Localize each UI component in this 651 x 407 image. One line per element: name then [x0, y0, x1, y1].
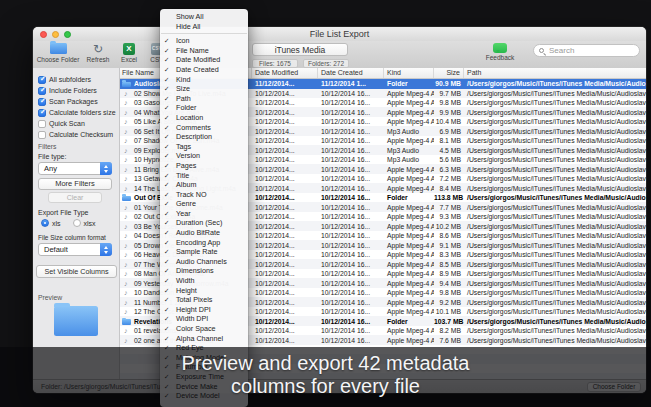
source-folder-button[interactable]: iTunes Media: [252, 43, 348, 56]
content-area: All subfolders Include Folders Scan Pack…: [33, 68, 646, 379]
menu-item-label: Pages: [176, 161, 196, 170]
more-filters-button[interactable]: More Filters: [38, 178, 112, 190]
cell-size: 4.5 MB: [434, 146, 464, 156]
cell-path: /Users/giorgos/Music/iTunes/iTunes Media…: [464, 174, 646, 184]
radio-dot-icon: [41, 219, 49, 227]
preview-folder-icon: [54, 306, 98, 336]
columns-menu-item[interactable]: ✓ Genre: [160, 199, 248, 209]
columns-menu-item[interactable]: ✓ Year: [160, 209, 248, 219]
columns-menu-item[interactable]: ✓ Title: [160, 171, 248, 181]
menu-item-label: Audio BitRate: [176, 228, 220, 237]
cell-kind: Apple Mpeg-4 A...: [384, 117, 434, 127]
columns-menu-item[interactable]: ✓ Album: [160, 180, 248, 190]
menu-item-hide-all[interactable]: Hide All: [160, 22, 248, 32]
columns-menu-item[interactable]: ✓ Date Created: [160, 65, 248, 75]
menu-item-show-all[interactable]: Show All: [160, 12, 248, 22]
columns-menu-item[interactable]: ✓ Alpha Channel: [160, 334, 248, 344]
cell-path: /Users/giorgos/Music/iTunes/iTunes Media…: [464, 231, 646, 241]
columns-menu-item[interactable]: ✓ Location: [160, 113, 248, 123]
sidebar-checkbox[interactable]: Include Folders: [33, 85, 119, 96]
columns-menu-item[interactable]: ✓ Encoding App: [160, 238, 248, 248]
columns-menu-item[interactable]: ✓ Version: [160, 151, 248, 161]
columns-menu-item[interactable]: ✓ Date Modified: [160, 55, 248, 65]
columns-menu-item[interactable]: ✓ Width DPI: [160, 314, 248, 324]
column-header-size[interactable]: Size: [434, 68, 464, 78]
excel-export-button[interactable]: X Excel: [115, 42, 143, 63]
columns-menu-item[interactable]: ✓ Dimensions: [160, 266, 248, 276]
window-titlebar[interactable]: File List Export: [33, 27, 646, 42]
columns-menu-item[interactable]: ✓ Total Pixels: [160, 295, 248, 305]
file-type-dropdown[interactable]: Any: [38, 162, 112, 175]
export-type-radio[interactable]: xls: [41, 219, 61, 227]
columns-menu-item[interactable]: ✓ Pages: [160, 161, 248, 171]
columns-menu-item[interactable]: ✓ Width: [160, 276, 248, 286]
search-input[interactable]: [549, 45, 634, 56]
cell-size: 9.7 MB: [434, 89, 464, 99]
cell-size: 5.6 MB: [434, 155, 464, 165]
dropdown-arrows-icon: [100, 162, 112, 175]
columns-menu-item[interactable]: ✓ Sample Rate: [160, 247, 248, 257]
checkmark-icon: ✓: [164, 305, 169, 315]
columns-menu-item[interactable]: ✓ Color Space: [160, 324, 248, 334]
close-button[interactable]: [40, 31, 47, 38]
sidebar-checkbox[interactable]: Calculate folders size: [33, 107, 119, 118]
columns-menu-item[interactable]: ✓ Track NO: [160, 190, 248, 200]
columns-menu-item[interactable]: ✓ Description: [160, 132, 248, 142]
sidebar-checkbox[interactable]: Quick Scan: [33, 118, 119, 129]
columns-menu-item[interactable]: ✓ Audio Channels: [160, 257, 248, 267]
set-visible-columns-button[interactable]: Set Visible Columns: [36, 265, 117, 278]
checkmark-icon: ✓: [164, 94, 169, 104]
export-type-radio[interactable]: xlsx: [73, 219, 96, 227]
files-count-badge: Files: 1675: [252, 59, 298, 68]
checkmark-icon: ✓: [164, 238, 169, 248]
sidebar-checkbox[interactable]: Calculate Checksum: [33, 129, 119, 140]
cell-kind: Apple Mpeg-4 A...: [384, 136, 434, 146]
column-header-kind[interactable]: Kind: [384, 68, 434, 78]
cell-date-modified: 10/12/2014...: [252, 108, 318, 118]
choose-folder-toolbar-button[interactable]: Choose Folder: [35, 42, 81, 63]
columns-menu-item[interactable]: ✓ Kind: [160, 75, 248, 85]
sidebar-checkbox[interactable]: All subfolders: [33, 74, 119, 85]
column-header-date-modified[interactable]: Date Modified: [252, 68, 318, 78]
cell-date-created: 10/12/2014 16...: [318, 326, 384, 336]
radio-label: xls: [52, 220, 61, 227]
file-icon: [122, 117, 132, 127]
columns-menu-item[interactable]: ✓ Audio BitRate: [160, 228, 248, 238]
columns-menu-item[interactable]: ✓ Icon: [160, 36, 248, 46]
search-field[interactable]: [533, 44, 640, 57]
caption-overlay: Preview and export 42 metadata columns f…: [0, 347, 651, 407]
columns-menu-item[interactable]: ✓ Duration (Sec): [160, 218, 248, 228]
columns-menu-item[interactable]: ✓ Tags: [160, 142, 248, 152]
columns-menu-item[interactable]: ✓ Comments: [160, 123, 248, 133]
cell-date-modified: 10/12/2014...: [252, 269, 318, 279]
columns-menu-item[interactable]: ✓ Path: [160, 94, 248, 104]
clear-filters-button[interactable]: Clear: [48, 192, 102, 203]
columns-menu-item[interactable]: ✓ File Name: [160, 46, 248, 56]
cell-kind: Apple Mpeg-4 A...: [384, 269, 434, 279]
zoom-button[interactable]: [64, 31, 71, 38]
columns-menu-item[interactable]: ✓ Size: [160, 84, 248, 94]
minimize-button[interactable]: [52, 31, 59, 38]
feedback-button[interactable]: Feedback: [482, 42, 518, 61]
columns-menu-item[interactable]: ✓ Height DPI: [160, 305, 248, 315]
cell-date-modified: 10/12/2014...: [252, 174, 318, 184]
export-type-radio-group: xls xlsx: [41, 219, 96, 227]
cell-kind: Folder: [384, 79, 434, 89]
sidebar-checkbox[interactable]: Scan Packages: [33, 96, 119, 107]
column-header-date-created[interactable]: Date Created: [318, 68, 384, 78]
cell-kind: Apple Mpeg-4 A...: [384, 307, 434, 317]
cell-path: /Users/giorgos/Music/iTunes/iTunes Media…: [464, 326, 646, 336]
cell-size: 8.1 MB: [434, 136, 464, 146]
menu-item-label: Date Created: [176, 65, 219, 74]
column-header-path[interactable]: Path: [464, 68, 646, 78]
menu-item-label: Genre: [176, 199, 196, 208]
columns-menu-item[interactable]: ✓ Folder: [160, 103, 248, 113]
columns-menu-item[interactable]: ✓ Height: [160, 286, 248, 296]
checkmark-icon: ✓: [164, 171, 169, 181]
checkbox-box-icon: [38, 131, 46, 139]
refresh-toolbar-button[interactable]: ↻ Refresh: [83, 42, 113, 63]
file-size-format-dropdown[interactable]: Default: [38, 243, 112, 256]
cell-path: /Users/giorgos/Music/iTunes/iTunes Media…: [464, 184, 646, 194]
cell-date-modified: 10/12/2014...: [252, 98, 318, 108]
file-icon: [122, 136, 132, 146]
